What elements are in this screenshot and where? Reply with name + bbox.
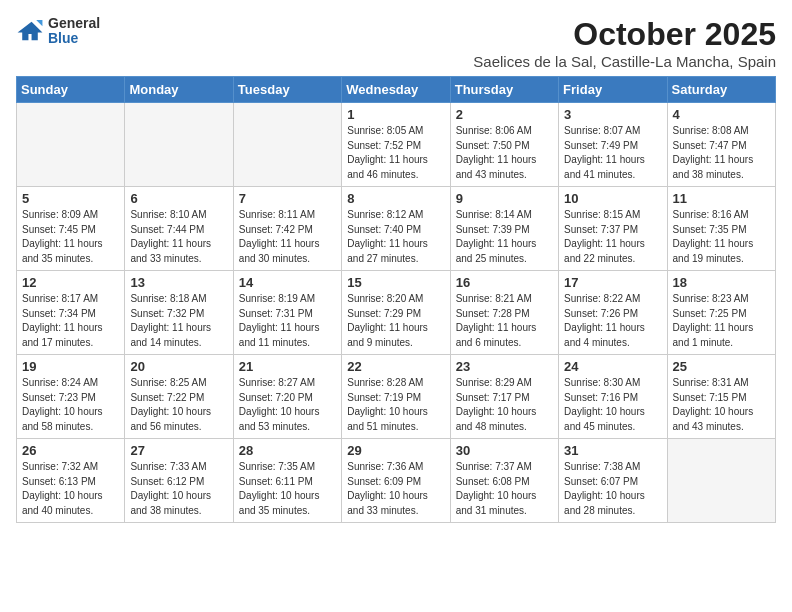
day-info: Sunrise: 7:37 AM Sunset: 6:08 PM Dayligh…: [456, 460, 553, 518]
day-info: Sunrise: 8:29 AM Sunset: 7:17 PM Dayligh…: [456, 376, 553, 434]
calendar-cell: 2Sunrise: 8:06 AM Sunset: 7:50 PM Daylig…: [450, 103, 558, 187]
day-number: 5: [22, 191, 119, 206]
day-number: 2: [456, 107, 553, 122]
calendar-cell: 6Sunrise: 8:10 AM Sunset: 7:44 PM Daylig…: [125, 187, 233, 271]
day-number: 15: [347, 275, 444, 290]
day-info: Sunrise: 8:07 AM Sunset: 7:49 PM Dayligh…: [564, 124, 661, 182]
day-info: Sunrise: 8:09 AM Sunset: 7:45 PM Dayligh…: [22, 208, 119, 266]
location-title: Saelices de la Sal, Castille-La Mancha, …: [473, 53, 776, 70]
page-header: General Blue October 2025 Saelices de la…: [16, 16, 776, 70]
day-number: 7: [239, 191, 336, 206]
weekday-header-row: SundayMondayTuesdayWednesdayThursdayFrid…: [17, 77, 776, 103]
calendar-row-3: 19Sunrise: 8:24 AM Sunset: 7:23 PM Dayli…: [17, 355, 776, 439]
day-info: Sunrise: 8:19 AM Sunset: 7:31 PM Dayligh…: [239, 292, 336, 350]
day-number: 14: [239, 275, 336, 290]
calendar-cell: 19Sunrise: 8:24 AM Sunset: 7:23 PM Dayli…: [17, 355, 125, 439]
weekday-header-saturday: Saturday: [667, 77, 775, 103]
day-number: 1: [347, 107, 444, 122]
logo-blue: Blue: [48, 31, 100, 46]
day-number: 25: [673, 359, 770, 374]
calendar-table: SundayMondayTuesdayWednesdayThursdayFrid…: [16, 76, 776, 523]
day-info: Sunrise: 7:38 AM Sunset: 6:07 PM Dayligh…: [564, 460, 661, 518]
calendar-cell: 27Sunrise: 7:33 AM Sunset: 6:12 PM Dayli…: [125, 439, 233, 523]
day-number: 19: [22, 359, 119, 374]
day-number: 12: [22, 275, 119, 290]
calendar-cell: [125, 103, 233, 187]
calendar-cell: 26Sunrise: 7:32 AM Sunset: 6:13 PM Dayli…: [17, 439, 125, 523]
day-number: 9: [456, 191, 553, 206]
calendar-cell: [17, 103, 125, 187]
logo-text: General Blue: [48, 16, 100, 47]
day-info: Sunrise: 7:33 AM Sunset: 6:12 PM Dayligh…: [130, 460, 227, 518]
calendar-cell: 24Sunrise: 8:30 AM Sunset: 7:16 PM Dayli…: [559, 355, 667, 439]
calendar-cell: 8Sunrise: 8:12 AM Sunset: 7:40 PM Daylig…: [342, 187, 450, 271]
day-number: 16: [456, 275, 553, 290]
day-number: 17: [564, 275, 661, 290]
calendar-cell: 23Sunrise: 8:29 AM Sunset: 7:17 PM Dayli…: [450, 355, 558, 439]
calendar-cell: 18Sunrise: 8:23 AM Sunset: 7:25 PM Dayli…: [667, 271, 775, 355]
calendar-cell: 14Sunrise: 8:19 AM Sunset: 7:31 PM Dayli…: [233, 271, 341, 355]
calendar-cell: 5Sunrise: 8:09 AM Sunset: 7:45 PM Daylig…: [17, 187, 125, 271]
day-number: 29: [347, 443, 444, 458]
day-info: Sunrise: 8:12 AM Sunset: 7:40 PM Dayligh…: [347, 208, 444, 266]
logo: General Blue: [16, 16, 100, 47]
calendar-row-4: 26Sunrise: 7:32 AM Sunset: 6:13 PM Dayli…: [17, 439, 776, 523]
day-number: 11: [673, 191, 770, 206]
day-number: 23: [456, 359, 553, 374]
calendar-cell: 12Sunrise: 8:17 AM Sunset: 7:34 PM Dayli…: [17, 271, 125, 355]
weekday-header-tuesday: Tuesday: [233, 77, 341, 103]
weekday-header-friday: Friday: [559, 77, 667, 103]
day-number: 6: [130, 191, 227, 206]
day-number: 4: [673, 107, 770, 122]
calendar-cell: 11Sunrise: 8:16 AM Sunset: 7:35 PM Dayli…: [667, 187, 775, 271]
calendar-row-1: 5Sunrise: 8:09 AM Sunset: 7:45 PM Daylig…: [17, 187, 776, 271]
weekday-header-thursday: Thursday: [450, 77, 558, 103]
calendar-cell: 28Sunrise: 7:35 AM Sunset: 6:11 PM Dayli…: [233, 439, 341, 523]
calendar-cell: 22Sunrise: 8:28 AM Sunset: 7:19 PM Dayli…: [342, 355, 450, 439]
day-info: Sunrise: 8:08 AM Sunset: 7:47 PM Dayligh…: [673, 124, 770, 182]
calendar-cell: 31Sunrise: 7:38 AM Sunset: 6:07 PM Dayli…: [559, 439, 667, 523]
day-number: 26: [22, 443, 119, 458]
calendar-row-0: 1Sunrise: 8:05 AM Sunset: 7:52 PM Daylig…: [17, 103, 776, 187]
calendar-cell: 3Sunrise: 8:07 AM Sunset: 7:49 PM Daylig…: [559, 103, 667, 187]
title-block: October 2025 Saelices de la Sal, Castill…: [473, 16, 776, 70]
calendar-cell: 10Sunrise: 8:15 AM Sunset: 7:37 PM Dayli…: [559, 187, 667, 271]
day-info: Sunrise: 8:06 AM Sunset: 7:50 PM Dayligh…: [456, 124, 553, 182]
day-info: Sunrise: 8:18 AM Sunset: 7:32 PM Dayligh…: [130, 292, 227, 350]
day-info: Sunrise: 8:22 AM Sunset: 7:26 PM Dayligh…: [564, 292, 661, 350]
day-number: 31: [564, 443, 661, 458]
weekday-header-wednesday: Wednesday: [342, 77, 450, 103]
day-info: Sunrise: 8:20 AM Sunset: 7:29 PM Dayligh…: [347, 292, 444, 350]
day-info: Sunrise: 7:35 AM Sunset: 6:11 PM Dayligh…: [239, 460, 336, 518]
logo-general: General: [48, 16, 100, 31]
weekday-header-monday: Monday: [125, 77, 233, 103]
calendar-cell: 4Sunrise: 8:08 AM Sunset: 7:47 PM Daylig…: [667, 103, 775, 187]
day-info: Sunrise: 7:32 AM Sunset: 6:13 PM Dayligh…: [22, 460, 119, 518]
day-number: 18: [673, 275, 770, 290]
calendar-cell: 7Sunrise: 8:11 AM Sunset: 7:42 PM Daylig…: [233, 187, 341, 271]
day-info: Sunrise: 8:24 AM Sunset: 7:23 PM Dayligh…: [22, 376, 119, 434]
day-info: Sunrise: 8:17 AM Sunset: 7:34 PM Dayligh…: [22, 292, 119, 350]
calendar-cell: 20Sunrise: 8:25 AM Sunset: 7:22 PM Dayli…: [125, 355, 233, 439]
day-info: Sunrise: 8:10 AM Sunset: 7:44 PM Dayligh…: [130, 208, 227, 266]
day-info: Sunrise: 8:15 AM Sunset: 7:37 PM Dayligh…: [564, 208, 661, 266]
logo-icon: [16, 17, 44, 45]
day-number: 27: [130, 443, 227, 458]
day-info: Sunrise: 8:16 AM Sunset: 7:35 PM Dayligh…: [673, 208, 770, 266]
day-number: 10: [564, 191, 661, 206]
calendar-cell: 1Sunrise: 8:05 AM Sunset: 7:52 PM Daylig…: [342, 103, 450, 187]
day-number: 3: [564, 107, 661, 122]
calendar-cell: 25Sunrise: 8:31 AM Sunset: 7:15 PM Dayli…: [667, 355, 775, 439]
day-info: Sunrise: 8:25 AM Sunset: 7:22 PM Dayligh…: [130, 376, 227, 434]
day-number: 8: [347, 191, 444, 206]
day-number: 21: [239, 359, 336, 374]
day-number: 22: [347, 359, 444, 374]
calendar-cell: 29Sunrise: 7:36 AM Sunset: 6:09 PM Dayli…: [342, 439, 450, 523]
day-number: 30: [456, 443, 553, 458]
day-info: Sunrise: 8:27 AM Sunset: 7:20 PM Dayligh…: [239, 376, 336, 434]
month-title: October 2025: [473, 16, 776, 53]
day-info: Sunrise: 8:23 AM Sunset: 7:25 PM Dayligh…: [673, 292, 770, 350]
day-info: Sunrise: 8:28 AM Sunset: 7:19 PM Dayligh…: [347, 376, 444, 434]
day-number: 13: [130, 275, 227, 290]
day-info: Sunrise: 8:14 AM Sunset: 7:39 PM Dayligh…: [456, 208, 553, 266]
